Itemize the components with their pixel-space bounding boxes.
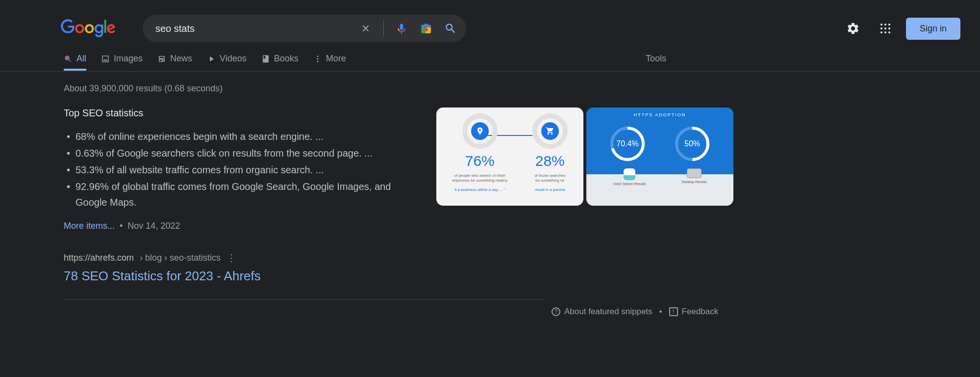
camera-icon[interactable] bbox=[419, 22, 433, 35]
svg-point-13 bbox=[317, 60, 318, 62]
about-snippets-label: About featured snippets bbox=[564, 307, 653, 317]
ring-value: 70.4% bbox=[616, 139, 638, 148]
tab-all-label: All bbox=[76, 54, 86, 64]
search-icon[interactable] bbox=[444, 22, 457, 35]
kebab-icon[interactable]: ⋮ bbox=[226, 252, 236, 264]
thumbnail-image[interactable]: HTTPS ADOPTION 70.4% 50% Voice Search Re… bbox=[586, 108, 733, 206]
stat-caption: of those searchesfor something ne bbox=[534, 173, 565, 184]
svg-point-11 bbox=[317, 55, 318, 57]
mic-icon[interactable] bbox=[395, 22, 408, 35]
about-snippets-link[interactable]: ? About featured snippets bbox=[552, 307, 653, 317]
tab-images-label: Images bbox=[114, 54, 143, 64]
stat-caption: of people who search on theirartphones f… bbox=[452, 173, 507, 184]
svg-point-3 bbox=[888, 24, 890, 26]
stat-caption: it a business within a day ... " bbox=[454, 188, 505, 192]
tab-videos-label: Videos bbox=[220, 54, 247, 64]
feedback-link[interactable]: ! Feedback bbox=[669, 307, 719, 317]
feedback-icon: ! bbox=[669, 307, 678, 316]
google-logo[interactable] bbox=[61, 19, 116, 38]
info-icon: ? bbox=[552, 307, 560, 316]
svg-point-6 bbox=[888, 27, 890, 29]
tab-news[interactable]: News bbox=[157, 54, 192, 71]
svg-point-2 bbox=[884, 24, 886, 26]
result-domain: https://ahrefs.com bbox=[64, 253, 134, 263]
svg-point-8 bbox=[884, 31, 886, 33]
tools-button[interactable]: Tools bbox=[646, 54, 666, 71]
divider bbox=[383, 21, 384, 36]
ring-value: 50% bbox=[684, 139, 700, 148]
stat-value: 28% bbox=[535, 153, 565, 169]
snippet-item: 92.96% of global traffic comes from Goog… bbox=[75, 179, 417, 210]
stat-value: 76% bbox=[465, 153, 495, 169]
tab-books[interactable]: Books bbox=[261, 54, 299, 71]
separator: • bbox=[120, 221, 123, 231]
signin-button[interactable]: Sign in bbox=[906, 18, 960, 40]
apps-icon[interactable] bbox=[874, 17, 897, 40]
tab-books-label: Books bbox=[274, 54, 299, 64]
result-path: › blog › seo-statistics bbox=[140, 253, 221, 263]
svg-point-4 bbox=[880, 27, 882, 29]
thumbnail-image[interactable]: 76% of people who search on theirartphon… bbox=[436, 108, 583, 206]
snippet-list: 68% of online experiences begin with a s… bbox=[64, 129, 417, 210]
tab-more[interactable]: More bbox=[313, 54, 346, 71]
svg-point-0 bbox=[424, 27, 428, 31]
snippet-item: 53.3% of all website traffic comes from … bbox=[75, 162, 417, 178]
stat-caption: result in a purcha bbox=[535, 188, 565, 192]
svg-point-7 bbox=[880, 31, 882, 33]
result-title-link[interactable]: 78 SEO Statistics for 2023 - Ahrefs bbox=[64, 269, 417, 284]
tab-all[interactable]: All bbox=[64, 54, 86, 71]
tab-more-label: More bbox=[326, 54, 346, 64]
svg-point-9 bbox=[888, 31, 890, 33]
snippet-item: 0.63% of Google searchers click on resul… bbox=[75, 145, 417, 161]
search-bar: × bbox=[143, 15, 466, 42]
svg-point-5 bbox=[884, 27, 886, 29]
device-label: Desktop Results bbox=[681, 180, 706, 184]
tab-news-label: News bbox=[170, 54, 192, 64]
tab-images[interactable]: Images bbox=[101, 54, 143, 71]
svg-point-1 bbox=[880, 24, 882, 26]
snippet-title: Top SEO statistics bbox=[64, 108, 417, 119]
clear-icon[interactable]: × bbox=[359, 22, 373, 35]
snippet-date: Nov 14, 2022 bbox=[127, 221, 180, 231]
snippet-item: 68% of online experiences begin with a s… bbox=[75, 129, 417, 144]
thumb-title: HTTPS ADOPTION bbox=[595, 112, 725, 117]
device-label: Voice Search Results bbox=[613, 182, 646, 186]
feedback-label: Feedback bbox=[682, 307, 719, 317]
result-stats: About 39,900,000 results (0.68 seconds) bbox=[64, 83, 980, 94]
search-input[interactable] bbox=[151, 23, 359, 34]
more-items-link[interactable]: More items... bbox=[64, 221, 115, 231]
svg-point-12 bbox=[317, 58, 318, 59]
separator: • bbox=[659, 307, 662, 317]
settings-icon[interactable] bbox=[841, 17, 865, 40]
tab-videos[interactable]: Videos bbox=[207, 54, 247, 71]
